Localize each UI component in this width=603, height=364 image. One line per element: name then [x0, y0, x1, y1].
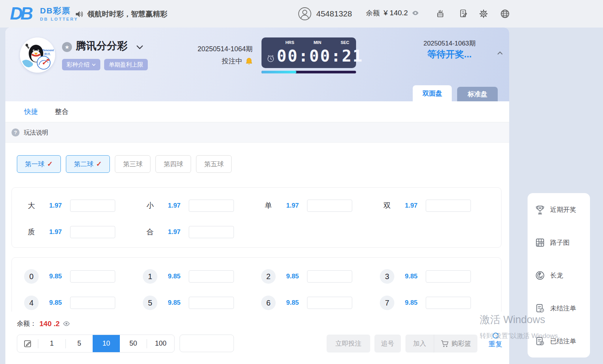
svg-text:Tencent: Tencent [42, 49, 54, 52]
bet-amount-input[interactable] [426, 200, 471, 212]
site-logo[interactable]: DB DB彩票 DB LOTTERY [10, 3, 78, 24]
bet-amount-input[interactable] [189, 270, 234, 283]
check-icon: ✓ [47, 160, 53, 168]
top-header: DB DB彩票 DB LOTTERY 领航时时彩，智慧赢精彩 45481328 … [0, 0, 603, 28]
bet-odds: 9.85 [162, 273, 186, 280]
question-glyph: ? [14, 130, 17, 135]
basket-label: 购彩篮 [451, 339, 471, 348]
bet-cell-odd: 单 1.97 [257, 198, 352, 213]
number-ball: 2 [261, 269, 276, 284]
timer-hrs-label: HRS [281, 40, 298, 45]
bet-odds: 1.97 [399, 202, 423, 210]
logo-name-en: DB LOTTERY [40, 17, 78, 21]
sidebar-item-recent-draws[interactable]: 近期开奖 [528, 193, 590, 226]
bet-amount-input[interactable] [189, 200, 234, 212]
sidebar-item-label: 已结注单 [550, 337, 576, 346]
betting-status-row: 投注中 [166, 57, 253, 66]
two-side-bets-card: 大 1.97 小 1.97 单 1.97 双 1.97 质 1.97 合 1.9… [11, 187, 502, 248]
bet-amount-input[interactable] [426, 270, 471, 283]
bet-cell-num-7: 7 9.85 [375, 295, 471, 310]
settings-gear-icon[interactable] [478, 8, 489, 19]
ball-label: 第二球 [74, 160, 93, 169]
custom-amount-input[interactable] [180, 335, 234, 352]
sidebar-item-road-map[interactable]: 路子图 [528, 226, 590, 259]
board-tab-standard[interactable]: 标准盘 [457, 87, 498, 101]
bet-odds: 1.97 [43, 228, 68, 236]
ball-tab-4[interactable]: 第四球 [155, 155, 191, 173]
favorite-star-icon[interactable]: ★ [62, 42, 72, 52]
grid-icon [535, 237, 545, 248]
bet-amount-input[interactable] [189, 226, 234, 238]
game-select-caret-icon[interactable] [136, 45, 143, 49]
chase-number-button[interactable]: 追号 [374, 335, 401, 353]
sidebar-item-open-orders[interactable]: 未结注单 [528, 292, 590, 325]
eye-icon[interactable] [63, 320, 70, 327]
repeat-button[interactable]: 重复 [484, 332, 507, 349]
timer-sec-label: SEC [337, 40, 353, 45]
globe-language-icon[interactable] [500, 8, 510, 19]
add-button[interactable]: 加入 [405, 339, 434, 348]
bet-odds: 1.97 [162, 228, 186, 236]
user-account[interactable]: 45481328 [298, 7, 352, 21]
bet-odds: 9.85 [280, 299, 305, 307]
bet-cell-prime: 质 1.97 [20, 224, 115, 240]
tools-sidebar: 近期开奖 路子图 长龙 未结注单 [528, 193, 590, 358]
edit-amount-icon[interactable] [17, 339, 38, 348]
eye-icon[interactable] [412, 9, 419, 17]
header-balance: 余额 ¥ 140.2 [366, 8, 419, 18]
profit-limit-button[interactable]: 单期盈利上限 [104, 59, 148, 70]
pending-orders-icon [535, 303, 545, 314]
pen-holder-icon[interactable] [435, 8, 446, 19]
mode-tab-combined[interactable]: 整合 [55, 107, 69, 116]
bet-amount-input[interactable] [426, 297, 471, 309]
sidebar-item-settled-orders[interactable]: 已结注单 [528, 325, 590, 358]
number-ball: 5 [143, 296, 157, 310]
bet-odds: 9.85 [280, 273, 305, 280]
bet-odds: 9.85 [162, 299, 186, 307]
records-edit-icon[interactable] [458, 8, 469, 19]
bet-label: 单 [257, 201, 280, 211]
amount-option-10[interactable]: 10 [93, 335, 120, 353]
bet-amount-input[interactable] [70, 270, 115, 283]
bet-amount-input[interactable] [307, 200, 352, 212]
bet-odds: 1.97 [43, 202, 68, 210]
bet-odds: 1.97 [162, 202, 186, 210]
board-tab-double[interactable]: 双面盘 [413, 85, 452, 101]
amount-option-50[interactable]: 50 [120, 335, 147, 353]
amount-option-5[interactable]: 5 [66, 335, 93, 353]
announcement-bar: 领航时时彩，智慧赢精彩 [75, 9, 167, 19]
ball-tab-5[interactable]: 第五球 [196, 155, 232, 173]
mode-tab-quick[interactable]: 快捷 [24, 107, 38, 116]
ball-tab-3[interactable]: 第三球 [115, 155, 150, 173]
bell-icon [245, 57, 253, 65]
current-period: 20250514-1064期 [166, 44, 253, 54]
balance-value: ¥ 140.2 [384, 9, 408, 17]
bet-amount-input[interactable] [307, 297, 352, 309]
repeat-label: 重复 [489, 340, 502, 349]
collapse-banner-icon[interactable] [497, 51, 503, 55]
bet-amount-input[interactable] [189, 297, 234, 309]
speaker-icon [75, 10, 84, 19]
rules-link[interactable]: 玩法说明 [24, 129, 48, 137]
rules-bar: ? 玩法说明 [5, 122, 509, 143]
game-title: 腾讯分分彩 [76, 39, 127, 53]
bet-amount-input[interactable] [70, 200, 115, 212]
bet-amount-input[interactable] [70, 226, 115, 238]
timer-digits: 00:00:21 [277, 47, 363, 65]
ball-tab-1[interactable]: 第一球 ✓ [17, 155, 61, 173]
ball-tab-2[interactable]: 第二球 ✓ [66, 155, 110, 173]
sidebar-item-long-dragon[interactable]: 长龙 [528, 259, 590, 292]
bet-cell-num-5: 5 9.85 [138, 295, 234, 310]
amount-option-1[interactable]: 1 [38, 335, 65, 353]
lottery-intro-button[interactable]: 彩种介绍 [62, 59, 100, 70]
bet-cell-num-2: 2 9.85 [257, 269, 352, 284]
bet-amount-input[interactable] [307, 270, 352, 283]
bet-now-button[interactable]: 立即投注 [327, 335, 370, 353]
bet-label: 合 [138, 227, 162, 237]
bet-amount-input[interactable] [70, 297, 115, 309]
basket-button[interactable]: 购彩篮 [434, 339, 477, 348]
amount-option-100[interactable]: 100 [147, 335, 174, 353]
logo-name-cn: DB彩票 [40, 5, 78, 16]
bet-cell-num-3: 3 9.85 [375, 269, 471, 284]
bet-cell-num-4: 4 9.85 [20, 295, 115, 310]
